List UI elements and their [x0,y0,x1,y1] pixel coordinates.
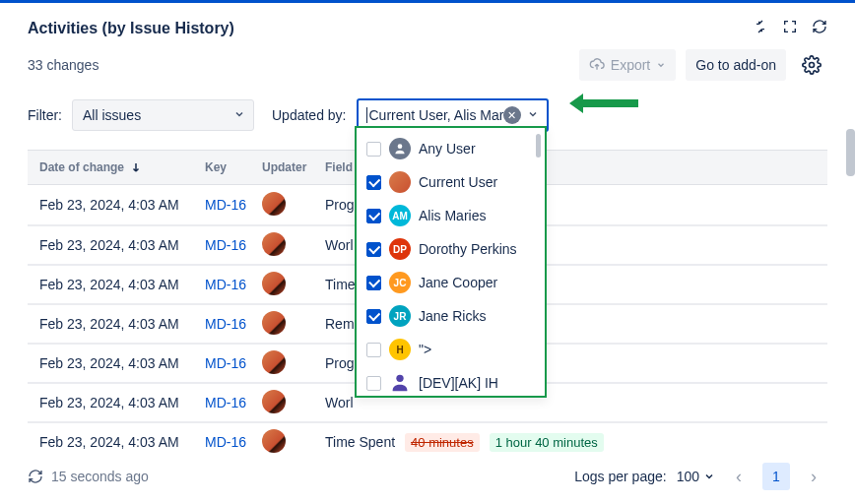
goto-addon-button[interactable]: Go to add-on [686,49,786,81]
checkbox[interactable] [366,142,381,157]
avatar: H [389,339,411,360]
chevron-down-icon[interactable] [527,107,539,123]
col-date[interactable]: Date of change [39,160,205,174]
cell-date: Feb 23, 2024, 4:03 AM [39,197,205,213]
cell-date: Feb 23, 2024, 4:03 AM [39,355,205,371]
any-user-icon [389,138,411,159]
avatar [262,350,286,374]
clear-icon[interactable]: ✕ [503,106,521,124]
issue-key-link[interactable]: MD-16 [205,395,262,410]
checkbox[interactable] [366,242,381,257]
issue-key-link[interactable]: MD-16 [205,355,262,371]
cell-updater [262,232,325,259]
avatar [389,171,411,193]
cell-date: Feb 23, 2024, 4:03 AM [39,395,205,410]
avatar [262,232,286,256]
svg-point-0 [810,63,815,68]
user-option-label: Current User [419,174,497,190]
user-option[interactable]: Current User [357,165,545,199]
avatar [262,311,286,335]
cell-date: Feb 23, 2024, 4:03 AM [39,316,205,332]
checkbox[interactable] [366,276,381,290]
user-option-label: Alis Maries [419,208,486,223]
checkbox[interactable] [366,309,381,324]
filter-label: Filter: [28,107,62,123]
user-option-label: ">alert(`${d...</span> [419,342,431,357]
filter-select[interactable]: All issues [72,99,254,131]
col-updater[interactable]: Updater [262,160,325,174]
settings-button[interactable] [796,49,827,81]
user-option[interactable]: AM Alis Maries [357,199,545,232]
logs-per-page-select[interactable]: 100 [677,469,715,484]
export-button[interactable]: Export [579,49,676,81]
updated-by-dropdown[interactable]: Any User Current User AM Alis Maries DP … [355,126,547,398]
prev-page-button[interactable]: ‹ [725,463,753,490]
page-number-current[interactable]: 1 [762,463,790,490]
avatar: JC [389,272,411,293]
next-page-button[interactable]: › [800,463,827,490]
user-option-label: Dorothy Perkins [419,241,517,257]
page-title: Activities (by Issue History) [28,20,234,37]
avatar [262,429,286,453]
issue-key-link[interactable]: MD-16 [205,434,262,450]
refresh-icon[interactable] [812,19,827,37]
old-value: 40 minutes [405,433,480,452]
fullscreen-icon[interactable] [782,19,798,37]
cell-updater [262,390,325,416]
user-option[interactable]: JC Jane Cooper [357,266,545,299]
avatar [262,192,286,216]
cell-date: Feb 23, 2024, 4:03 AM [39,434,205,450]
updated-by-label: Updated by: [272,107,347,123]
issue-key-link[interactable]: MD-16 [205,237,262,253]
user-option[interactable]: Any User [357,132,545,165]
avatar [262,272,286,295]
user-icon [389,372,411,394]
collapse-icon[interactable] [753,19,768,37]
checkbox[interactable] [366,175,381,190]
cell-updater [262,192,325,219]
dropdown-scrollbar[interactable] [536,134,541,158]
cell-updater [262,272,325,298]
cell-field: Time Spent40 minutes1 hour 40 minutes [325,433,816,452]
user-option-label: Jane Ricks [419,308,486,324]
issue-key-link[interactable]: MD-16 [205,316,262,332]
user-option[interactable]: JR Jane Ricks [357,299,545,333]
pointer-arrow [569,94,638,113]
checkbox[interactable] [366,209,381,223]
checkbox[interactable] [366,376,381,391]
col-key[interactable]: Key [205,160,262,174]
refreshed-ago: 15 seconds ago [51,469,149,484]
logs-per-page-label: Logs per page: [574,469,666,484]
table-row: Feb 23, 2024, 4:03 AM MD-16 Time Spent40… [28,421,827,461]
checkbox[interactable] [366,343,381,357]
avatar: DP [389,238,411,260]
user-option-label: Any User [419,141,476,157]
user-option[interactable]: DP Dorothy Perkins [357,232,545,266]
chevron-down-icon [233,107,245,123]
new-value: 1 hour 40 minutes [490,433,604,452]
avatar [262,390,286,413]
cell-updater [262,311,325,338]
avatar: JR [389,305,411,327]
svg-point-1 [398,144,403,149]
changes-count: 33 changes [28,57,99,73]
svg-point-2 [396,375,403,382]
cell-updater [262,429,325,456]
user-option[interactable]: [DEV][AK] IH [357,366,545,400]
sort-down-icon [130,161,142,173]
issue-key-link[interactable]: MD-16 [205,277,262,292]
cell-updater [262,350,325,377]
user-option-label: [DEV][AK] IH [419,375,498,391]
user-option[interactable]: H ">alert(`${d...</span> [357,333,545,366]
page-scrollbar[interactable] [846,129,855,176]
cell-date: Feb 23, 2024, 4:03 AM [39,237,205,253]
user-option-label: Jane Cooper [419,275,497,290]
avatar: AM [389,205,411,226]
cell-date: Feb 23, 2024, 4:03 AM [39,277,205,292]
issue-key-link[interactable]: MD-16 [205,197,262,213]
refresh-icon[interactable] [28,469,43,484]
